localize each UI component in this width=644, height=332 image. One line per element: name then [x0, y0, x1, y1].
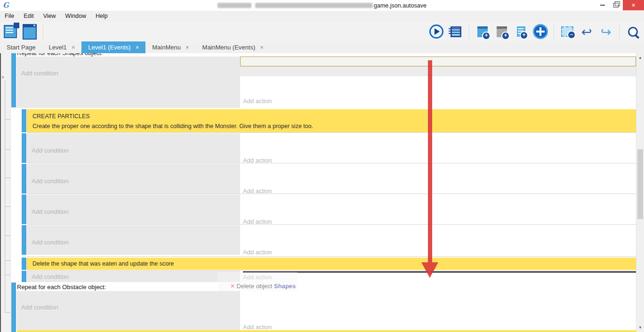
action-row-play-sound[interactable]: Play the sound killed.wav, vol.: , loop:…: [240, 312, 636, 322]
action-row-create-object[interactable]: Create object Shape1Explosion at positio…: [240, 136, 636, 146]
action-row-set-size[interactable]: Do = Shape3.Width() to the parameter 1 o…: [240, 207, 636, 217]
delete-selection-icon: –: [561, 26, 573, 37]
search-button[interactable]: [625, 24, 640, 39]
tab-level1-events[interactable]: Level1 (Events)×: [81, 41, 145, 53]
debug-button[interactable]: [448, 24, 463, 39]
add-condition-link[interactable]: Add condition: [21, 302, 240, 312]
add-condition-link[interactable]: Add condition: [32, 146, 240, 155]
tree-tick: [5, 275, 10, 275]
event-sheet: ▾ Repeat for each Shapes object: Shapes …: [0, 53, 636, 332]
redo-icon: ↪: [601, 25, 612, 38]
actions-column: Create object Shape1Explosion at positio…: [240, 133, 636, 163]
condition-row[interactable]: Shapes is in collision with Monster: [21, 58, 240, 68]
delete-selection-button[interactable]: –: [560, 24, 575, 39]
tab-label: Start Page: [7, 44, 35, 51]
action-row-create-object[interactable]: Create object Shape2Explosion at positio…: [240, 166, 636, 176]
event-header[interactable]: Repeat for each Obstacle object:: [17, 283, 106, 291]
action-row-delete-shapes[interactable]: ✕Delete object Shapes: [240, 57, 636, 66]
action-row-set-size[interactable]: Do = Shape1.Width() to the parameter 1 o…: [240, 146, 636, 155]
toolbar-separator: [43, 24, 43, 39]
conditions-column: x?The number of Shape2 objects is ≠ 0 Ad…: [27, 164, 240, 194]
close-tab-icon[interactable]: ×: [72, 44, 75, 51]
condition-row[interactable]: x?The number of Shape2 objects is ≠ 0: [32, 166, 240, 176]
close-tab-icon[interactable]: ×: [260, 44, 264, 51]
add-circle-icon: [533, 24, 548, 39]
minimize-button[interactable]: [596, 0, 609, 10]
menu-item-view[interactable]: View: [39, 13, 61, 19]
action-row-damage[interactable]: Damage Monster, removing 1 from its heal…: [240, 302, 636, 312]
add-condition-link[interactable]: Add condition: [32, 207, 240, 217]
comment-block-partial[interactable]: [17, 330, 636, 332]
condition-row[interactable]: Obstacle is in collision with Monster: [21, 292, 240, 302]
tab-label: Level1: [48, 44, 66, 51]
scene-editor-icon: [23, 24, 37, 40]
event-tree-gutter: [1, 53, 11, 332]
action-row-set-size[interactable]: Do = Shape4.Width() to the parameter 1 o…: [240, 237, 636, 247]
action-row-delete-obstacle[interactable]: ✕Delete object Obstacle: [240, 292, 636, 302]
add-condition-link[interactable]: Add condition: [32, 237, 240, 247]
actions-column: ✕Delete object Shapes Play the sound mon…: [240, 57, 636, 108]
action-row-text-object[interactable]: txt Do = "Score: " + ToString(Variable(S…: [240, 86, 636, 96]
tab-start-page[interactable]: Start Page: [0, 41, 42, 53]
add-comment-button[interactable]: +: [514, 24, 529, 39]
action-row-scene-variable[interactable]: VarDo + 1 to scene variable Score: [240, 76, 636, 86]
comment-block[interactable]: CREATE PARTICLES Create the proper one a…: [27, 109, 636, 132]
comment-block[interactable]: Delete the shape that was eaten and upda…: [27, 258, 636, 270]
scrollbar-thumb[interactable]: [637, 149, 643, 219]
collapse-arrow-icon[interactable]: ▾: [2, 75, 4, 80]
action-row-create-object[interactable]: Create object Shape3Explosion at positio…: [240, 197, 636, 207]
event-separator: [27, 224, 636, 225]
vertical-scrollbar[interactable]: ▲ ▼: [636, 53, 644, 332]
tree-tick: [5, 119, 10, 120]
tree-tick: [5, 235, 10, 236]
add-action-link[interactable]: Add action: [240, 247, 636, 257]
tab-mainmenu[interactable]: MainMenu×: [145, 41, 195, 53]
restore-button[interactable]: [609, 0, 623, 10]
menu-item-window[interactable]: Window: [61, 13, 91, 19]
add-subevent-button[interactable]: +: [494, 24, 509, 39]
close-tab-icon[interactable]: ×: [136, 44, 139, 51]
add-condition-link[interactable]: Add condition: [21, 68, 240, 78]
scroll-up-icon[interactable]: ▲: [636, 56, 644, 60]
toolbar-separator: [554, 24, 554, 39]
condition-row[interactable]: x?The number of Shape4 objects is ≠ 0: [32, 227, 240, 237]
add-condition-link[interactable]: Add condition: [32, 176, 240, 186]
conditions-column: x?The number of Shape3 objects is ≠ 0 Ad…: [27, 194, 240, 224]
redacted-text: [217, 3, 251, 8]
add-other-event-button[interactable]: [533, 24, 548, 39]
toolbar-left-group: [3, 24, 45, 40]
scroll-down-icon[interactable]: ▼: [636, 325, 644, 330]
window-title-text: game.json.autosave: [374, 2, 427, 9]
search-icon: [628, 27, 638, 37]
preview-button[interactable]: [429, 24, 444, 39]
scene-editor-button[interactable]: [22, 24, 37, 39]
menu-item-file[interactable]: File: [0, 13, 19, 19]
comment-text: Create the proper one according to the s…: [32, 121, 630, 131]
action-row-create-object[interactable]: Create object Shape4Explosion at positio…: [240, 227, 636, 237]
add-comment-icon: +: [517, 26, 525, 37]
condition-row[interactable]: x?The number of Shape3 objects is ≠ 0: [32, 197, 240, 207]
tab-label: MainMenu (Events): [202, 44, 256, 51]
window-controls: ✕: [596, 0, 644, 10]
annotation-arrow-line: [428, 60, 432, 262]
close-button[interactable]: ✕: [623, 0, 644, 10]
redo-button[interactable]: ↪: [598, 24, 613, 39]
event-selection-bar: [22, 225, 26, 255]
condition-row[interactable]: x?The number of Shape1 objects is ≠ 0: [32, 136, 240, 146]
add-event-button[interactable]: +: [475, 24, 490, 39]
tab-level1[interactable]: Level1×: [42, 41, 81, 53]
add-condition-link[interactable]: Add condition: [32, 272, 240, 282]
action-row-play-sound[interactable]: Play the sound monster.wav, vol.: 100, l…: [240, 66, 636, 76]
drop-indicator: [243, 271, 636, 273]
event-selection-bar: [22, 164, 26, 194]
project-manager-button[interactable]: [3, 24, 18, 39]
close-tab-icon[interactable]: ×: [185, 44, 189, 51]
tab-mainmenu-events[interactable]: MainMenu (Events)×: [196, 41, 270, 53]
action-row-set-size[interactable]: Do = Shape2.Width() to the parameter 1 o…: [240, 176, 636, 186]
add-action-link[interactable]: Add action: [240, 96, 636, 106]
menu-item-help[interactable]: Help: [91, 13, 113, 19]
restore-icon: [613, 3, 619, 8]
menu-item-edit[interactable]: Edit: [19, 13, 39, 19]
undo-button[interactable]: ↩: [579, 24, 594, 39]
conditions-column: Shapes is in collision with Monster Add …: [16, 57, 240, 108]
